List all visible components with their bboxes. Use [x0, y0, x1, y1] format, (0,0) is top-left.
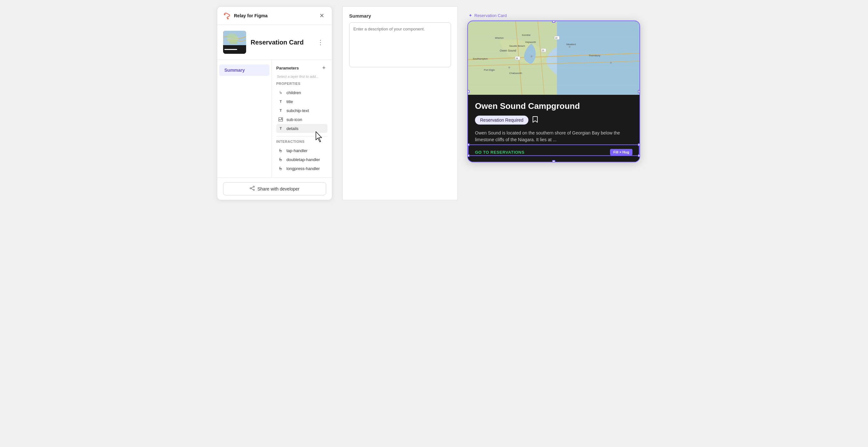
selection-handle-bl: [467, 160, 469, 162]
property-subchip-text[interactable]: T subchip-text: [276, 106, 328, 115]
svg-point-7: [253, 186, 254, 187]
svg-point-6: [281, 118, 282, 119]
svg-point-21: [610, 62, 612, 64]
property-details[interactable]: T details: [276, 124, 328, 133]
svg-point-19: [531, 55, 533, 57]
app-title: Relay for Figma: [234, 13, 268, 18]
text-icon-title: T: [278, 99, 283, 104]
svg-point-20: [569, 46, 571, 48]
parameters-section-header: Parameters +: [276, 64, 328, 71]
component-label-text: Reservation Card: [474, 13, 507, 18]
component-thumbnail: [223, 31, 246, 54]
svg-rect-4: [229, 40, 238, 44]
reservation-card: Owen Sound Port Elgin Meaford Thornbury …: [467, 21, 640, 162]
text-icon-details: T: [278, 126, 283, 131]
tap-icon-3: [278, 166, 283, 171]
thumbnail-text: [224, 49, 237, 50]
summary-textarea[interactable]: [349, 22, 451, 67]
more-options-button[interactable]: ⋮: [315, 37, 326, 48]
svg-text:Thornbury: Thornbury: [589, 54, 600, 57]
svg-text:Meaford: Meaford: [566, 43, 576, 46]
svg-text:Owen Sound: Owen Sound: [500, 49, 516, 52]
add-parameter-button[interactable]: +: [320, 64, 328, 71]
parameters-label: Parameters: [276, 66, 299, 70]
component-header-left: Reservation Card: [223, 31, 304, 54]
figma-component-icon: ✦: [469, 13, 472, 18]
panel-header-left: Relay for Figma: [223, 12, 268, 20]
preview-area: ✦ Reservation Card: [458, 6, 651, 200]
selection-handle-bm: [552, 160, 555, 162]
select-hint: Select a layer first to add...: [276, 74, 328, 79]
selection-handle-tl: [467, 21, 469, 23]
app-container: Relay for Figma ✕: [217, 6, 651, 200]
thumbnail-dark: [223, 45, 246, 54]
share-icon: [250, 186, 255, 192]
svg-text:26: 26: [516, 57, 518, 60]
thumbnail-map-svg: [223, 31, 246, 45]
panel-body: Summary Parameters + Select a layer firs…: [217, 60, 332, 177]
sidebar-item-summary[interactable]: Summary: [219, 64, 270, 76]
svg-text:Port Elgin: Port Elgin: [484, 68, 495, 71]
footer-handle-bl: [467, 154, 469, 157]
interaction-tap-handler[interactable]: tap-handler: [276, 146, 328, 155]
card-content: Owen Sound Campground Reservation Requir…: [468, 95, 640, 162]
share-label: Share with developer: [257, 186, 300, 191]
card-title: Owen Sound Campground: [475, 101, 632, 111]
image-icon: [278, 117, 283, 122]
card-description: Owen Sound is located on the southern sh…: [475, 130, 632, 143]
close-button[interactable]: ✕: [317, 11, 326, 20]
svg-rect-13: [557, 22, 640, 94]
svg-point-0: [224, 14, 226, 16]
card-map: Owen Sound Port Elgin Meaford Thornbury …: [468, 21, 640, 95]
card-footer-row: GO TO RESERVATIONS Fill × Hug: [475, 149, 632, 155]
reservation-badge: Reservation Required: [475, 116, 528, 124]
svg-text:Hepworth: Hepworth: [525, 41, 536, 43]
tap-icon-1: [278, 148, 283, 153]
svg-text:Kemble: Kemble: [522, 34, 531, 36]
selection-handle-tr: [638, 21, 640, 23]
left-panel: Relay for Figma ✕: [217, 6, 332, 200]
relay-logo-icon: [223, 12, 231, 20]
selection-handle-br: [638, 160, 640, 162]
sidebar-nav: Summary: [217, 60, 272, 177]
tap-icon-2: [278, 157, 283, 162]
card-badges: Reservation Required: [475, 116, 632, 124]
thumbnail-map: [223, 31, 246, 45]
child-icon: ↳: [278, 90, 283, 95]
summary-panel: Summary: [342, 6, 458, 200]
footer-handle-tr: [638, 144, 640, 146]
share-button[interactable]: Share with developer: [223, 182, 326, 195]
svg-text:10: 10: [555, 37, 558, 39]
bookmark-icon: [532, 116, 538, 124]
cta-text: GO TO RESERVATIONS: [475, 150, 525, 155]
svg-point-1: [227, 18, 229, 20]
selection-handle-ml: [467, 90, 469, 93]
interaction-longpress-handler[interactable]: longpress-handler: [276, 164, 328, 173]
fill-hug-badge: Fill × Hug: [610, 149, 632, 155]
property-children[interactable]: ↳ children: [276, 88, 328, 97]
component-name: Reservation Card: [251, 39, 304, 46]
svg-point-18: [508, 67, 510, 68]
svg-point-8: [250, 188, 251, 189]
summary-content: Summary: [343, 7, 457, 72]
text-icon-subchip: T: [278, 108, 283, 113]
add-icon: +: [322, 65, 326, 71]
panel-footer: Share with developer: [217, 177, 332, 200]
svg-point-9: [253, 189, 254, 190]
svg-text:Sauble Beach: Sauble Beach: [509, 44, 525, 48]
footer-handle-tl: [467, 144, 469, 146]
interaction-doubletap-handler[interactable]: doubletap-handler: [276, 155, 328, 164]
panel-header: Relay for Figma ✕: [217, 7, 332, 25]
properties-list: ↳ children T title T subchip-text: [276, 88, 328, 133]
interactions-label: Interactions: [276, 140, 328, 144]
property-sub-icon[interactable]: sub-icon: [276, 115, 328, 124]
property-title[interactable]: T title: [276, 97, 328, 106]
svg-line-11: [251, 188, 253, 189]
right-side: Summary ✦ Reservation Card: [342, 6, 651, 200]
svg-text:Wiarton: Wiarton: [495, 36, 503, 39]
summary-title: Summary: [349, 13, 451, 19]
sidebar-content: Parameters + Select a layer first to add…: [272, 60, 332, 177]
close-icon: ✕: [319, 12, 324, 19]
selection-handle-tm: [552, 21, 555, 23]
selection-handle-mr: [638, 90, 640, 93]
